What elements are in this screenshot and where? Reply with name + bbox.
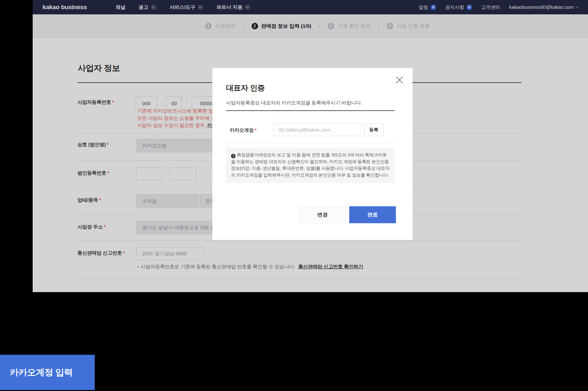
partial-input-remnant xyxy=(273,116,356,123)
modal-title-rule xyxy=(226,110,395,111)
modal-info-text: 특정금융거래정보의 보고 및 이용 등에 관한 법률 제5조의 2에 따라 톡체… xyxy=(231,152,389,178)
change-button[interactable]: 변경 xyxy=(300,206,345,223)
modal-field-divider xyxy=(226,143,395,143)
partial-button-remnant xyxy=(359,116,394,123)
modal-title: 대표자 인증 xyxy=(226,83,265,93)
modal-description: 사업자등록증상 대표자의 카카오계정을 등록해주시기 바랍니다. xyxy=(226,100,362,106)
info-icon: ! xyxy=(231,154,236,158)
caption-kakao-account-entry: 카카오계정 입력 xyxy=(0,355,95,390)
close-icon[interactable] xyxy=(394,75,405,85)
representative-verification-modal: 대표자 인증 사업자등록증상 대표자의 카카오계정을 등록해주시기 바랍니다. … xyxy=(212,68,413,240)
label-kakao-account: 카카오계정* xyxy=(230,127,256,133)
required-mark: * xyxy=(255,127,257,133)
register-button[interactable]: 등록 xyxy=(364,123,384,136)
screenshot-stage: kakao business 채널 광고 서비스/도구 파트너 지원 xyxy=(0,0,588,391)
complete-button[interactable]: 완료 xyxy=(349,206,396,223)
kakao-account-input[interactable] xyxy=(273,123,360,136)
modal-info-box: !특정금융거래정보의 보고 및 이용 등에 관한 법률 제5조의 2에 따라 톡… xyxy=(226,148,395,183)
